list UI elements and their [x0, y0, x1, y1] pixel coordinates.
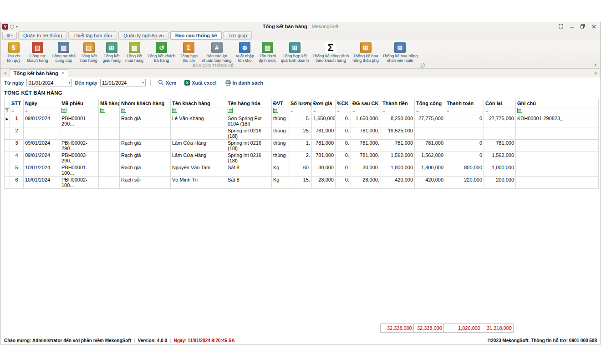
column-header-thanh-tien[interactable]: Thành tiền: [381, 99, 415, 107]
filter-cell-thanh-tien[interactable]: =: [381, 107, 415, 115]
cell-ten-hang-hoa-2[interactable]: Spring int 0216 (18l): [226, 127, 272, 140]
cell-so-luong-4[interactable]: 2.: [289, 152, 312, 164]
cell-stt-1[interactable]: 1: [10, 115, 24, 127]
ribbon-button-thong-ke-hoa-hong-thau-phu[interactable]: ⊞Thống kê hoahồng thầu phụ: [351, 41, 381, 63]
cell-ten-khach-hang-2[interactable]: [171, 127, 226, 140]
cell-ngay-2[interactable]: [24, 127, 60, 140]
cell-tong-cong-4[interactable]: 1,562,000: [415, 152, 445, 164]
document-tab-tong-ket-ban-hang[interactable]: Tổng kết bán hàng ×: [10, 69, 68, 77]
ribbon-button-tong-hop-thu-chi[interactable]: ΣTổng hợpthu chi: [178, 41, 200, 63]
close-tab-icon[interactable]: ×: [62, 71, 64, 76]
ribbon-button-tong-ket-ban-hang[interactable]: ▤Tổng kếtbán hàng: [77, 41, 100, 63]
ribbon-button-ton-duoi-dinh-muc[interactable]: ▥Tồn dướiđịnh mức: [256, 41, 279, 63]
cell-dvt-6[interactable]: Kg: [272, 177, 289, 189]
cell-con-lai-2[interactable]: [484, 127, 516, 140]
table-row[interactable]: 2Spring int 0216 (18l)thùng25.781,0000.7…: [5, 127, 599, 140]
filter-cell-ck[interactable]: =: [336, 107, 351, 115]
cell-so-luong-3[interactable]: 1.: [289, 140, 312, 152]
column-header-ten-hang-hoa[interactable]: Tên hàng hóa: [226, 99, 272, 107]
cell-ma-hang-2[interactable]: [99, 127, 120, 140]
cell-thanh-toan-2[interactable]: [445, 127, 484, 140]
cell-ma-phieu-2[interactable]: [60, 127, 99, 140]
cell-ghi-chu-3[interactable]: [516, 140, 599, 152]
cell-ghi-chu-5[interactable]: [516, 164, 599, 177]
column-header-dvt[interactable]: ĐVT: [272, 99, 289, 107]
cell-nhom-khach-hang-5[interactable]: Rạch giá: [120, 164, 171, 177]
ribbon-tab-quan-tri-he-thong[interactable]: Quản trị hệ thống: [18, 31, 67, 40]
close-button[interactable]: [591, 23, 597, 30]
ribbon-collapse-icon[interactable]: ∧: [594, 63, 597, 67]
column-header-ghi-chu[interactable]: Ghi chú: [516, 99, 599, 107]
cell-nhom-khach-hang-4[interactable]: Rạch giá: [120, 152, 171, 164]
column-header-don-gia[interactable]: Đơn giá: [312, 99, 336, 107]
cell-ngay-1[interactable]: 09/01/2024: [24, 115, 60, 127]
column-header-ma-phieu[interactable]: Mã phiếu: [60, 99, 99, 107]
quick-access-circle-icon[interactable]: [10, 25, 14, 29]
cell-thanh-tien-3[interactable]: 781,000: [381, 140, 415, 152]
cell-dg-sau-ck-3[interactable]: 781,000.: [351, 140, 381, 152]
filter-cell-ten-hang-hoa[interactable]: [226, 107, 272, 115]
column-header-ma-hang[interactable]: Mã hàng: [99, 99, 120, 107]
cell-con-lai-6[interactable]: 200,000: [484, 177, 516, 189]
column-header-ngay[interactable]: Ngày: [24, 99, 60, 107]
filter-cell-ten-khach-hang[interactable]: [171, 107, 226, 115]
column-header-con-lai[interactable]: Còn lại: [484, 99, 516, 107]
cell-stt-3[interactable]: 3: [10, 140, 24, 152]
cell-stt-4[interactable]: 4: [10, 152, 24, 164]
cell-ma-hang-6[interactable]: [99, 177, 120, 189]
cell-tong-cong-2[interactable]: [415, 127, 445, 140]
filter-cell-so-luong[interactable]: =: [289, 107, 312, 115]
ribbon-tab-quan-ly-nghiep-vu[interactable]: Quản lý nghiệp vụ: [118, 31, 169, 40]
column-header-dg-sau-ck[interactable]: ĐG sau CK: [351, 99, 381, 107]
cell-ten-khach-hang-1[interactable]: Lê Văn Kháng: [171, 115, 226, 127]
ribbon-button-thu-chi-ton-quy[interactable]: $Thu chitồn quỹ: [2, 41, 25, 63]
cell-ngay-5[interactable]: 10/01/2024: [24, 164, 60, 177]
cell-ck-3[interactable]: 0.: [336, 140, 351, 152]
cell-ten-khach-hang-4[interactable]: Lâm Cửa Hàng: [171, 152, 226, 164]
ribbon-button-tong-ket-giao-hang[interactable]: ⊞Tổng kếtgiao hàng: [100, 41, 123, 63]
cell-nhom-khach-hang-1[interactable]: Rạch giá: [120, 115, 171, 127]
cell-thanh-toan-4[interactable]: 0: [445, 152, 484, 164]
cell-don-gia-1[interactable]: 1,650,000: [312, 115, 336, 127]
cell-thanh-toan-1[interactable]: 0: [445, 115, 484, 127]
cell-ma-hang-4[interactable]: [99, 152, 120, 164]
cell-ck-4[interactable]: 0.: [336, 152, 351, 164]
cell-nhom-khach-hang-2[interactable]: [120, 127, 171, 140]
cell-con-lai-5[interactable]: 1,000,000: [484, 164, 516, 177]
ribbon-button-cong-no-khach-hang[interactable]: ▤Công nợkhách hàng: [25, 41, 50, 63]
chevron-down-icon[interactable]: ▾: [142, 81, 144, 85]
restore-button[interactable]: [580, 23, 586, 30]
ribbon-button-thong-ke-hoa-hong-nhan-vien-sale[interactable]: ⊞Thống kê hoa hồngnhân viên sale: [381, 41, 420, 63]
quick-access-dropdown-icon[interactable]: ▾: [16, 25, 18, 29]
cell-ngay-4[interactable]: 09/01/2024: [24, 152, 60, 164]
cell-thanh-tien-4[interactable]: 1,562,000: [381, 152, 415, 164]
cell-ma-phieu-6[interactable]: PBH00002-100...: [60, 177, 99, 189]
cell-dg-sau-ck-2[interactable]: 781,000.: [351, 127, 381, 140]
minimize-button[interactable]: [569, 23, 575, 30]
cell-tong-cong-6[interactable]: 420,000: [415, 177, 445, 189]
cell-ma-phieu-4[interactable]: PBH00003-290...: [60, 152, 99, 164]
export-excel-button[interactable]: X Xuất excel: [182, 80, 219, 86]
cell-ck-6[interactable]: 0.: [336, 177, 351, 189]
column-header-nhom-khach-hang[interactable]: Nhóm khách hàng: [120, 99, 171, 107]
ribbon-button-tong-ket-khach-tra-hang[interactable]: ↺Tổng kết kháchtrả hàng: [146, 41, 178, 63]
filter-cell-con-lai[interactable]: =: [484, 107, 516, 115]
chevron-down-icon[interactable]: ▾: [69, 81, 71, 85]
cell-tong-cong-3[interactable]: 781,000: [415, 140, 445, 152]
cell-dvt-3[interactable]: thùng: [272, 140, 289, 152]
close-panel-icon[interactable]: ×: [593, 71, 598, 77]
cell-thanh-tien-5[interactable]: 1,800,000: [381, 164, 415, 177]
column-header-stt[interactable]: STT: [10, 99, 24, 107]
cell-ck-1[interactable]: 0.: [336, 115, 351, 127]
cell-ghi-chu-1[interactable]: KDH00001-290823_: [516, 115, 599, 127]
column-header-tong-cong[interactable]: Tổng cộng: [415, 99, 445, 107]
cell-dg-sau-ck-1[interactable]: 1,650,000.: [351, 115, 381, 127]
filter-cell-dvt[interactable]: [272, 107, 289, 115]
cell-dvt-2[interactable]: thùng: [272, 127, 289, 140]
table-row[interactable]: 510/01/2024PBH00001-100...Rạch giáNguyễn…: [5, 164, 599, 177]
cell-thanh-toan-6[interactable]: 220,000: [445, 177, 484, 189]
cell-ten-hang-hoa-3[interactable]: Spring int 0216 (18l): [226, 140, 272, 152]
ribbon-tab-bao-cao-thong-ke[interactable]: Báo cáo thống kê: [170, 31, 222, 40]
cell-dg-sau-ck-5[interactable]: 30,000.: [351, 164, 381, 177]
cell-ma-phieu-1[interactable]: PBH00001-290...: [60, 115, 99, 127]
